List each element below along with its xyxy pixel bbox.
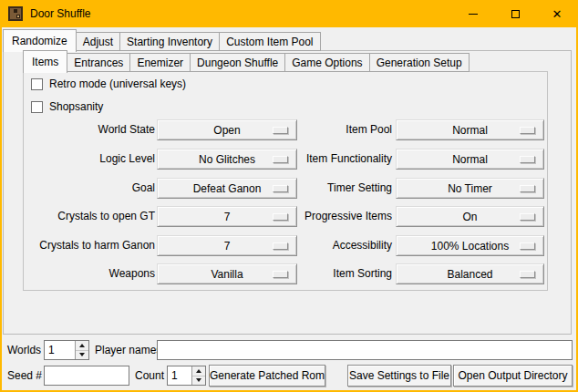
- retro-mode-checkbox[interactable]: [31, 78, 43, 90]
- item-functionality-label: Item Functionality: [274, 149, 392, 170]
- up-arrow-icon: [196, 369, 201, 373]
- count-spinbox[interactable]: 1: [167, 366, 206, 386]
- shopsanity-label: Shopsanity: [49, 100, 103, 113]
- item-pool-dropdown[interactable]: Normal: [396, 119, 544, 140]
- tab-generation-setup[interactable]: Generation Setup: [370, 53, 470, 72]
- up-arrow-icon: [79, 344, 85, 347]
- count-spin-down[interactable]: [192, 376, 205, 386]
- worlds-spin-up[interactable]: [76, 341, 88, 350]
- dropdown-indicator-icon: [520, 185, 535, 192]
- caption-buttons: ✕: [452, 0, 578, 27]
- tab-game-options[interactable]: Game Options: [285, 53, 369, 72]
- progressive-items-dropdown[interactable]: On: [396, 206, 544, 227]
- window-title: Door Shuffle: [30, 7, 91, 20]
- seed-input[interactable]: [44, 366, 129, 386]
- dropdown-indicator-icon: [520, 127, 535, 134]
- down-arrow-icon: [79, 353, 85, 356]
- app-icon: [8, 6, 23, 21]
- crystals-gt-label: Crystals to open GT: [29, 206, 155, 227]
- world-state-label: World State: [29, 119, 155, 140]
- player-names-input[interactable]: [157, 340, 573, 360]
- sub-tab-bar: Items Entrances Enemizer Dungeon Shuffle…: [23, 49, 470, 72]
- worlds-spin-down[interactable]: [76, 350, 88, 360]
- item-functionality-dropdown[interactable]: Normal: [396, 149, 544, 170]
- main-tab-bar: Randomize Adjust Starting Inventory Cust…: [3, 28, 321, 51]
- minimize-icon: [469, 14, 478, 15]
- retro-mode-row: Retro mode (universal keys): [31, 77, 186, 90]
- maximize-icon: [511, 10, 520, 18]
- timer-setting-dropdown[interactable]: No Timer: [396, 178, 544, 199]
- count-label: Count: [135, 366, 164, 386]
- maximize-button[interactable]: [494, 0, 536, 27]
- crystals-ganon-label: Crystals to harm Ganon: [29, 235, 155, 256]
- retro-mode-label: Retro mode (universal keys): [49, 77, 186, 90]
- tab-dungeon-shuffle[interactable]: Dungeon Shuffle: [191, 53, 285, 72]
- item-sorting-label: Item Sorting: [274, 263, 392, 284]
- title-bar: Door Shuffle ✕: [0, 0, 578, 27]
- shopsanity-checkbox[interactable]: [31, 101, 43, 113]
- worlds-label: Worlds: [7, 340, 41, 360]
- close-icon: ✕: [552, 8, 563, 20]
- worlds-spinbox[interactable]: 1: [44, 340, 89, 360]
- progressive-items-label: Progressive Items: [274, 206, 392, 227]
- generate-patched-rom-button[interactable]: Generate Patched Rom: [209, 365, 325, 387]
- save-settings-button[interactable]: Save Settings to File: [347, 365, 451, 387]
- tab-items[interactable]: Items: [23, 50, 67, 73]
- tab-entrances[interactable]: Entrances: [67, 53, 130, 72]
- app-window: Door Shuffle ✕ Randomize Adjust Starting…: [0, 0, 578, 392]
- tab-custom-item-pool[interactable]: Custom Item Pool: [220, 32, 320, 51]
- weapons-label: Weapons: [29, 263, 155, 284]
- down-arrow-icon: [196, 378, 201, 382]
- dropdown-indicator-icon: [520, 271, 535, 278]
- item-pool-label: Item Pool: [274, 119, 392, 140]
- player-names-label: Player names: [95, 340, 161, 360]
- tab-adjust[interactable]: Adjust: [77, 32, 120, 51]
- shopsanity-row: Shopsanity: [31, 100, 103, 113]
- count-spin-up[interactable]: [192, 366, 205, 376]
- tab-starting-inventory[interactable]: Starting Inventory: [120, 32, 220, 51]
- accessibility-label: Accessibility: [274, 235, 392, 256]
- open-output-directory-button[interactable]: Open Output Directory: [453, 365, 573, 387]
- accessibility-dropdown[interactable]: 100% Locations: [396, 235, 544, 256]
- seed-label: Seed #: [7, 366, 42, 386]
- dropdown-indicator-icon: [520, 242, 535, 250]
- item-sorting-dropdown[interactable]: Balanced: [396, 263, 544, 284]
- timer-setting-label: Timer Setting: [274, 178, 392, 199]
- minimize-button[interactable]: [452, 0, 494, 27]
- close-button[interactable]: ✕: [536, 0, 578, 27]
- goal-label: Goal: [29, 178, 155, 199]
- dropdown-indicator-icon: [520, 213, 535, 221]
- dropdown-indicator-icon: [520, 156, 535, 163]
- logic-level-label: Logic Level: [29, 149, 155, 170]
- tab-enemizer[interactable]: Enemizer: [130, 53, 191, 72]
